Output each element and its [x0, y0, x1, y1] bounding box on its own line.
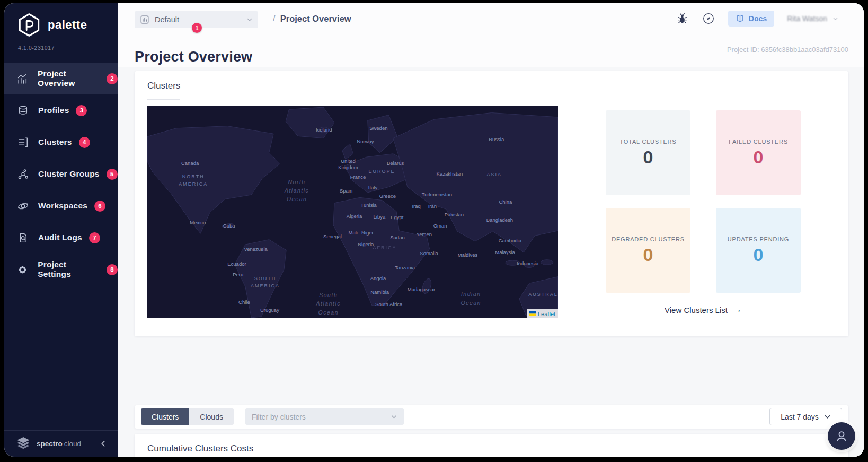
stat-label: DEGRADED CLUSTERS — [612, 236, 685, 242]
app-version: 4.1.0-231017 — [4, 37, 118, 51]
compass-icon — [702, 12, 715, 25]
costs-card-title: Cumulative Clusters Costs — [147, 443, 253, 454]
stat-card-failed-clusters: FAILED CLUSTERS 0 — [716, 110, 801, 195]
sidebar: palette 4.1.0-231017 Project Overview 2 … — [4, 3, 118, 457]
count-badge: 5 — [107, 169, 118, 180]
network-icon — [17, 168, 29, 180]
stat-value: 0 — [643, 147, 653, 168]
topbar: Default 1 / Project Overview — [118, 3, 864, 34]
stat-value: 0 — [754, 245, 764, 265]
docs-button[interactable]: Docs — [728, 11, 774, 27]
orbit-icon — [17, 200, 29, 212]
project-selector-value: Default — [155, 15, 179, 24]
main-content: Default 1 / Project Overview — [118, 3, 864, 457]
cluster-filter-dropdown[interactable]: Filter by clusters — [245, 408, 404, 425]
sidebar-item-workspaces[interactable]: Workspaces 6 — [4, 190, 118, 222]
sidebar-collapse-button[interactable] — [98, 439, 108, 449]
arrow-right-icon: → — [733, 304, 742, 315]
sidebar-item-project-overview[interactable]: Project Overview 2 — [4, 63, 118, 94]
cumulative-costs-card: Cumulative Clusters Costs COST $0.08 $0.… — [135, 434, 848, 457]
view-clusters-list-link[interactable]: View Clusters List → — [606, 304, 801, 315]
count-badge: 4 — [79, 137, 90, 148]
chevron-down-icon — [832, 16, 838, 22]
sidebar-item-project-settings[interactable]: Project Settings 8 — [4, 254, 118, 285]
count-badge: 7 — [89, 232, 100, 243]
world-map-svg — [147, 106, 558, 318]
chevron-down-icon — [246, 16, 253, 23]
filter-bar: ClustersClouds Filter by clusters Last 7… — [135, 405, 848, 429]
spectro-cloud-brand: spectrocloud — [37, 440, 81, 448]
chevron-down-icon — [824, 413, 831, 420]
audit-icon — [17, 232, 29, 243]
palette-logo[interactable]: palette — [4, 3, 118, 37]
stat-value: 0 — [754, 147, 764, 168]
breadcrumb-current[interactable]: Project Overview — [280, 14, 351, 24]
tab-clouds[interactable]: Clouds — [189, 408, 234, 425]
palette-logo-icon — [17, 13, 41, 37]
help-button[interactable] — [702, 12, 715, 25]
bug-icon — [676, 13, 688, 25]
app-name: palette — [48, 18, 87, 32]
project-selector-dropdown[interactable]: Default 1 — [135, 11, 258, 28]
assistant-person-icon — [835, 429, 848, 443]
sidebar-footer: spectrocloud — [4, 430, 118, 457]
count-badge: 3 — [76, 105, 87, 116]
stat-label: FAILED CLUSTERS — [729, 138, 788, 145]
assistant-fab[interactable] — [828, 422, 855, 450]
project-selector-badge: 1 — [192, 23, 202, 33]
user-menu[interactable]: Rita Watson — [787, 14, 838, 23]
page-title: Project Overview — [135, 49, 252, 65]
count-badge: 6 — [94, 201, 105, 212]
spectro-cloud-logo-icon — [15, 437, 32, 451]
server-icon — [17, 136, 29, 148]
layers-icon — [17, 104, 29, 116]
analytics-icon — [17, 73, 28, 84]
breadcrumb: / Project Overview — [273, 3, 351, 34]
project-icon — [140, 15, 149, 24]
tab-clusters[interactable]: Clusters — [141, 408, 189, 425]
gear-icon — [17, 264, 28, 275]
sidebar-menu: Project Overview 2 Profiles 3 Clusters 4… — [4, 63, 118, 285]
book-icon — [736, 14, 745, 23]
stat-card-total-clusters: TOTAL CLUSTERS 0 — [606, 110, 690, 195]
topbar-actions: Docs Rita Watson — [675, 3, 838, 34]
stat-label: TOTAL CLUSTERS — [620, 138, 677, 145]
chevron-down-icon — [391, 413, 397, 420]
leaflet-attribution[interactable]: Leaflet — [527, 309, 558, 318]
clusters-card: Clusters — [135, 71, 848, 336]
view-tabs: ClustersClouds — [141, 408, 234, 425]
cluster-stats-grid: TOTAL CLUSTERS 0 FAILED CLUSTERS 0 DEGRA… — [606, 110, 801, 293]
stat-card-degraded-clusters: DEGRADED CLUSTERS 0 — [606, 208, 690, 293]
project-id: Project ID: 6356fc38bb1aac03afd73100 — [727, 46, 848, 54]
sidebar-item-audit-logs[interactable]: Audit Logs 7 — [4, 222, 118, 254]
stat-label: UPDATES PENDING — [728, 236, 789, 242]
stat-card-updates-pending: UPDATES PENDING 0 — [716, 208, 801, 293]
user-name: Rita Watson — [787, 14, 827, 23]
clusters-card-title: Clusters — [147, 81, 180, 91]
count-badge: 8 — [107, 264, 118, 275]
sidebar-item-clusters[interactable]: Clusters 4 — [4, 126, 118, 158]
time-range-dropdown[interactable]: Last 7 days — [769, 408, 842, 425]
stat-value: 0 — [643, 245, 653, 265]
cluster-filter-placeholder: Filter by clusters — [252, 413, 306, 421]
sidebar-item-cluster-groups[interactable]: Cluster Groups 5 — [4, 158, 118, 190]
page-header: Project Overview Project ID: 6356fc38bb1… — [118, 34, 864, 67]
app-window: palette 4.1.0-231017 Project Overview 2 … — [4, 3, 864, 457]
report-bug-button[interactable] — [675, 12, 689, 25]
world-map[interactable]: IcelandSwedenNorwayRussiaCanadaUnited Ki… — [147, 106, 558, 318]
chevron-left-icon — [100, 440, 107, 447]
count-badge: 2 — [107, 73, 118, 84]
sidebar-item-profiles[interactable]: Profiles 3 — [4, 94, 118, 126]
content-scroll[interactable]: Clusters — [118, 67, 864, 457]
flag-icon — [529, 311, 536, 316]
